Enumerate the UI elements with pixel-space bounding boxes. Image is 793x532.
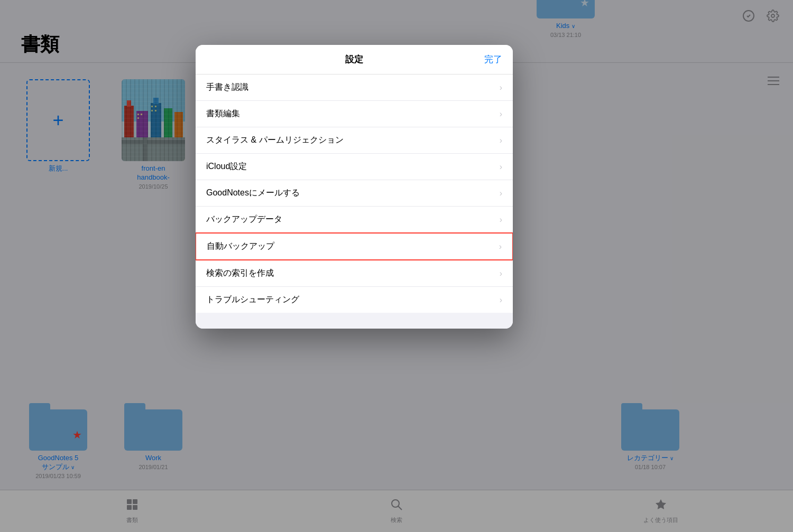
- settings-list: 手書き認識 › 書類編集 › スタイラス & パームリジェクション › iClo…: [196, 74, 513, 329]
- settings-item-label-icloud: iCloud設定: [206, 161, 247, 172]
- modal-title: 設定: [345, 53, 363, 66]
- modal-bottom-padding: [196, 313, 513, 329]
- settings-item-label-auto-backup: 自動バックアップ: [207, 241, 274, 252]
- chevron-icon-7: ›: [500, 269, 502, 278]
- settings-item-label-email: GoodNotesにメールする: [206, 188, 300, 199]
- settings-item-label-handwriting: 手書き認識: [206, 82, 248, 93]
- chevron-icon-8: ›: [500, 295, 502, 305]
- settings-item-icloud[interactable]: iCloud設定 ›: [196, 154, 513, 180]
- settings-group-1: 手書き認識 › 書類編集 › スタイラス & パームリジェクション › iClo…: [196, 74, 513, 232]
- settings-item-label-troubleshoot: トラブルシューティング: [206, 294, 299, 305]
- chevron-icon-2: ›: [500, 136, 502, 145]
- settings-item-backup-data[interactable]: バックアップデータ ›: [196, 207, 513, 232]
- chevron-icon-5: ›: [500, 215, 502, 225]
- settings-item-label-search-index: 検索の索引を作成: [206, 268, 274, 279]
- chevron-icon-0: ›: [500, 83, 502, 92]
- chevron-icon-4: ›: [500, 189, 502, 198]
- settings-item-auto-backup[interactable]: 自動バックアップ ›: [196, 232, 513, 260]
- settings-item-label-document-edit: 書類編集: [206, 108, 240, 119]
- chevron-icon-6: ›: [499, 242, 502, 251]
- modal-header: 設定 完了: [196, 45, 513, 74]
- settings-item-search-index[interactable]: 検索の索引を作成 ›: [196, 260, 513, 287]
- settings-group-2: 検索の索引を作成 › トラブルシューティング ›: [196, 260, 513, 313]
- settings-item-document-edit[interactable]: 書類編集 ›: [196, 101, 513, 127]
- settings-item-email[interactable]: GoodNotesにメールする ›: [196, 180, 513, 207]
- modal-done-button[interactable]: 完了: [484, 53, 502, 66]
- settings-item-handwriting[interactable]: 手書き認識 ›: [196, 74, 513, 101]
- settings-modal: 設定 完了 手書き認識 › 書類編集 › スタイラス & パームリジェクション …: [196, 45, 513, 329]
- settings-item-stylus[interactable]: スタイラス & パームリジェクション ›: [196, 127, 513, 154]
- settings-item-label-stylus: スタイラス & パームリジェクション: [206, 135, 344, 146]
- settings-item-label-backup-data: バックアップデータ: [206, 214, 282, 225]
- chevron-icon-1: ›: [500, 109, 502, 119]
- chevron-icon-3: ›: [500, 162, 502, 172]
- settings-item-troubleshoot[interactable]: トラブルシューティング ›: [196, 287, 513, 313]
